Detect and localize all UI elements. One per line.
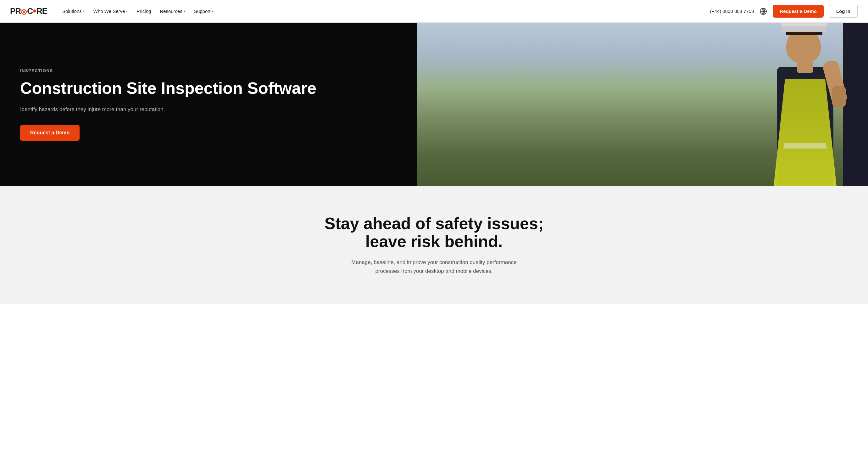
nav-resources-label: Resources (160, 8, 182, 14)
safety-section: Stay ahead of safety issues; leave risk … (0, 186, 868, 304)
logo-text: PR (10, 6, 21, 16)
hero-image-area (417, 23, 868, 186)
hero-title: Construction Site Inspection Software (20, 79, 397, 97)
nav-item-who-we-serve[interactable]: Who We Serve ▾ (90, 6, 132, 17)
logo-ring-icon (21, 9, 27, 15)
worker-hand (832, 86, 846, 108)
safety-subtitle: Manage, baseline, and improve your const… (340, 258, 528, 275)
login-button[interactable]: Log In (829, 5, 858, 18)
hero-cta-button[interactable]: Request a Demo (20, 125, 80, 141)
logo-text-3: RE (36, 6, 47, 16)
nav-links: Solutions ▾ Who We Serve ▾ Pricing Resou… (59, 6, 710, 17)
nav-right: (+44) 0800 368 7703 Request a Demo Log I… (710, 5, 858, 18)
phone-number: (+44) 0800 368 7703 (710, 8, 754, 14)
hero-content: INSPECTIONS Construction Site Inspection… (0, 23, 417, 186)
nav-item-resources[interactable]: Resources ▾ (156, 6, 189, 17)
worker-figure (748, 23, 843, 186)
logo-text-2: C (27, 6, 33, 16)
chevron-down-icon: ▾ (83, 9, 85, 13)
building-edge (843, 23, 868, 186)
globe-icon[interactable] (759, 7, 768, 16)
chevron-down-icon: ▾ (126, 9, 128, 13)
request-demo-button[interactable]: Request a Demo (773, 5, 824, 18)
nav-item-support[interactable]: Support ▾ (190, 6, 217, 17)
nav-support-label: Support (194, 8, 211, 14)
logo-dot-icon (33, 9, 36, 12)
nav-who-label: Who We Serve (93, 8, 125, 14)
nav-item-solutions[interactable]: Solutions ▾ (59, 6, 88, 17)
logo[interactable]: PR C RE (10, 6, 47, 16)
nav-solutions-label: Solutions (62, 8, 82, 14)
chevron-down-icon: ▾ (212, 9, 213, 13)
nav-pricing-label: Pricing (136, 8, 151, 14)
safety-title: Stay ahead of safety issues; leave risk … (308, 215, 560, 251)
chevron-down-icon: ▾ (184, 9, 185, 13)
hero-section: INSPECTIONS Construction Site Inspection… (0, 23, 868, 186)
navbar: PR C RE Solutions ▾ Who We Serve ▾ Prici… (0, 0, 868, 23)
helmet-brim (781, 26, 827, 32)
nav-item-pricing[interactable]: Pricing (133, 6, 155, 17)
hero-label: INSPECTIONS (20, 68, 397, 73)
hero-subtitle: Identify hazards before they injure more… (20, 105, 171, 114)
